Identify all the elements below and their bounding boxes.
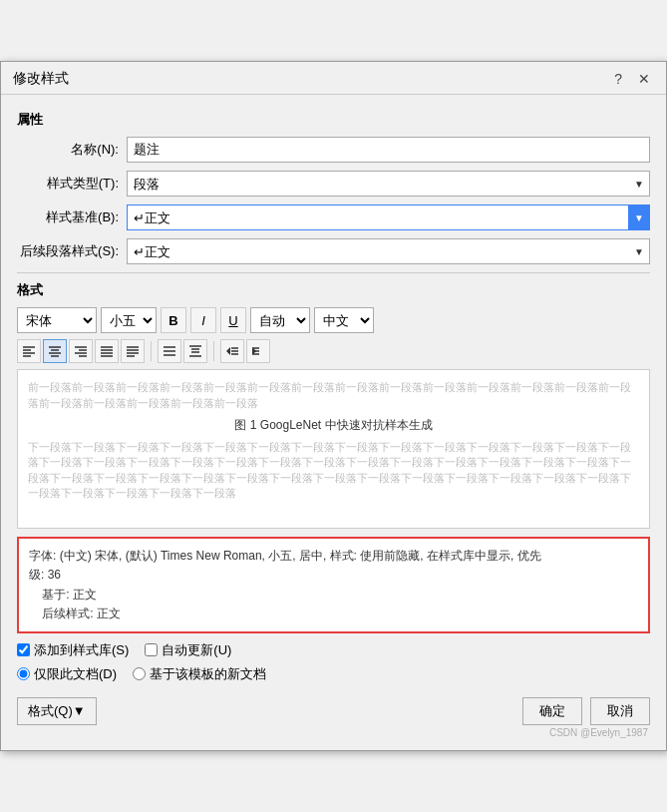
underline-button[interactable]: U [220,307,246,333]
align-left-btn[interactable] [17,339,41,363]
name-row: 名称(N): [17,137,650,163]
type-row: 样式类型(T): 段落 ▼ [17,171,650,197]
add-to-gallery-checkbox[interactable] [17,643,30,656]
confirm-button[interactable]: 确定 [522,697,582,725]
info-line3: 基于: 正文 [29,586,638,605]
base-select[interactable]: ↵正文 [127,204,650,230]
align-center-btn[interactable] [43,339,67,363]
para-spacing-btn[interactable] [183,339,207,363]
preview-before-text: 前一段落前一段落前一段落前一段落前一段落前一段落前一段落前一段落前一段落前一段落… [28,380,639,411]
info-line4: 后续样式: 正文 [29,605,638,623]
auto-update-checkbox[interactable] [145,643,158,656]
line-spacing-btn[interactable] [158,339,181,363]
checkbox-row: 添加到样式库(S) 自动更新(U) [17,641,650,659]
following-select[interactable]: ↵正文 [127,238,650,264]
preview-after-text: 下一段落下一段落下一段落下一段落下一段落下一段落下一段落下一段落下一段落下一段落… [28,440,639,502]
indent-left-btn[interactable] [220,339,244,363]
preview-main-text: 图 1 GoogLeNet 中快速对抗样本生成 [28,417,639,434]
align-justify-btn[interactable] [95,339,119,363]
info-line1: 字体: (中文) 宋体, (默认) Times New Roman, 小五, 居… [29,547,638,566]
type-label: 样式类型(T): [17,175,127,193]
new-template-text: 基于该模板的新文档 [150,665,266,683]
font-toolbar: 宋体 小五 B I U 自动 中文 [17,307,650,333]
base-label: 样式基准(B): [17,208,127,226]
this-doc-text: 仅限此文档(D) [34,665,117,683]
radio-row: 仅限此文档(D) 基于该模板的新文档 [17,665,650,683]
following-row: 后续段落样式(S): ↵正文 ▼ [17,238,650,264]
cancel-button[interactable]: 取消 [590,697,650,725]
svg-marker-27 [226,347,230,355]
new-template-label[interactable]: 基于该模板的新文档 [133,665,266,683]
bottom-bar: 格式(Q)▼ 确定 取消 [17,693,650,725]
toolbar-separator-2 [213,341,214,361]
following-label: 后续段落样式(S): [17,242,127,260]
new-template-radio[interactable] [133,667,146,680]
size-select[interactable]: 小五 [101,307,157,333]
auto-update-label[interactable]: 自动更新(U) [145,641,231,659]
name-input[interactable] [127,137,650,163]
base-select-wrapper: ↵正文 ▼ [127,204,650,230]
preview-area: 前一段落前一段落前一段落前一段落前一段落前一段落前一段落前一段落前一段落前一段落… [17,369,650,529]
type-select[interactable]: 段落 [127,171,650,197]
name-label: 名称(N): [17,141,127,159]
language-select[interactable]: 中文 [314,307,374,333]
format-button[interactable]: 格式(Q)▼ [17,697,97,725]
properties-section-header: 属性 [17,111,650,129]
this-doc-radio[interactable] [17,667,30,680]
italic-button[interactable]: I [190,307,216,333]
type-select-wrapper: 段落 ▼ [127,171,650,197]
info-box: 字体: (中文) 宋体, (默认) Times New Roman, 小五, 居… [17,537,650,633]
align-distribute-btn[interactable] [121,339,145,363]
title-actions: ? ✕ [610,71,654,87]
add-to-gallery-label[interactable]: 添加到样式库(S) [17,641,129,659]
following-select-wrapper: ↵正文 ▼ [127,238,650,264]
divider-1 [17,272,650,273]
align-right-btn[interactable] [69,339,93,363]
base-row: 样式基准(B): ↵正文 ▼ [17,204,650,230]
auto-update-text: 自动更新(U) [162,641,231,659]
bold-button[interactable]: B [161,307,186,333]
dialog-body: 属性 名称(N): 样式类型(T): 段落 ▼ 样式基准(B): ↵正文 ▼ [1,95,666,750]
close-button[interactable]: ✕ [634,71,654,87]
this-doc-label[interactable]: 仅限此文档(D) [17,665,117,683]
action-buttons: 确定 取消 [522,697,650,725]
watermark: CSDN @Evelyn_1987 [17,727,650,738]
font-select[interactable]: 宋体 [17,307,97,333]
toolbar-separator-1 [151,341,152,361]
align-toolbar [17,339,650,363]
color-select[interactable]: 自动 [250,307,310,333]
format-section-header: 格式 [17,281,650,299]
modify-style-dialog: 修改样式 ? ✕ 属性 名称(N): 样式类型(T): 段落 ▼ 样式基准(B)… [0,61,667,751]
dialog-title: 修改样式 [13,70,69,88]
info-line2: 级: 36 [29,566,638,585]
indent-right-btn[interactable] [246,339,270,363]
help-button[interactable]: ? [610,71,626,87]
add-to-gallery-text: 添加到样式库(S) [34,641,129,659]
title-bar: 修改样式 ? ✕ [1,62,666,95]
